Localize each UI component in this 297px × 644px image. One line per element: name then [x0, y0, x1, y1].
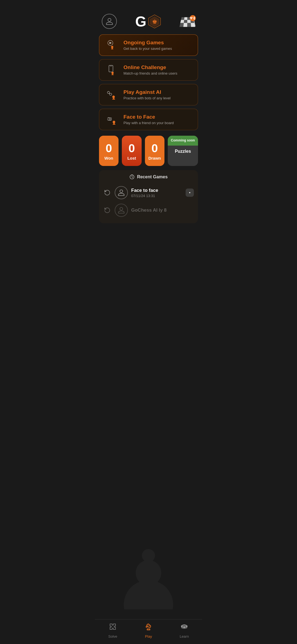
- ai-subtitle: Practice with bots of any level: [123, 96, 192, 100]
- recent-game-item-1[interactable]: Face to face 07/11/24 13:31: [103, 184, 194, 201]
- ongoing-icon: [105, 40, 119, 51]
- puzzle-coming-text: Comming soon: [170, 138, 195, 143]
- svg-rect-25: [112, 74, 113, 75]
- logo-chess-hex: ♚: [147, 14, 162, 29]
- online-icon: [105, 64, 119, 75]
- recent-avatar-2: [115, 204, 128, 217]
- online-title: Online Challenge: [123, 64, 192, 70]
- drawn-card[interactable]: 0 Drawn: [145, 136, 164, 166]
- won-label: Won: [105, 156, 113, 160]
- svg-rect-22: [109, 65, 113, 72]
- stats-section: 0 Won 0 Lost 0 Drawn Comming soon Puzzle…: [95, 130, 202, 167]
- won-card[interactable]: 0 Won: [99, 136, 119, 166]
- svg-rect-5: [184, 17, 188, 20]
- svg-rect-13: [183, 23, 187, 27]
- clock-icon: [129, 174, 135, 180]
- recent-game-date-1: 07/11/24 13:31: [131, 194, 182, 198]
- svg-rect-20: [111, 49, 113, 49]
- bluetooth-board-button[interactable]: 𝚿: [180, 14, 195, 29]
- lost-card[interactable]: 0 Lost: [122, 136, 141, 166]
- ongoing-text: Ongoing Games Get back to your saved gam…: [123, 40, 192, 51]
- ongoing-games-button[interactable]: Ongoing Games Get back to your saved gam…: [99, 34, 198, 56]
- online-challenge-button[interactable]: Online Challenge Match-up friends and on…: [99, 59, 198, 81]
- svg-line-30: [109, 93, 110, 94]
- svg-rect-9: [184, 20, 188, 23]
- face-title: Face to Face: [123, 114, 192, 120]
- ai-text: Play Against AI Practice with bots of an…: [123, 89, 192, 100]
- recent-game-info-2: GoChess AI ly 8: [131, 208, 194, 213]
- header: G ♚: [95, 0, 202, 34]
- online-subtitle: Match-up friends and online users: [123, 71, 192, 75]
- drawn-label: Drawn: [148, 156, 161, 160]
- recent-game-info-1: Face to face 07/11/24 13:31: [131, 188, 182, 198]
- lost-value: 0: [128, 143, 135, 154]
- won-value: 0: [106, 143, 112, 154]
- svg-rect-21: [112, 46, 113, 47]
- svg-rect-14: [187, 23, 191, 27]
- svg-rect-32: [113, 98, 114, 99]
- svg-rect-19: [111, 48, 113, 49]
- replay-icon: [103, 189, 111, 197]
- svg-rect-37: [113, 124, 116, 125]
- svg-rect-4: [181, 17, 185, 20]
- svg-text:♚: ♚: [152, 18, 157, 25]
- online-text: Online Challenge Match-up friends and on…: [123, 64, 192, 75]
- logo-letter: G: [135, 14, 146, 29]
- user-icon: [105, 17, 114, 26]
- recent-game-name-1: Face to face: [131, 188, 182, 193]
- puzzle-coming-soon: Comming soon: [168, 136, 198, 146]
- menu-section: Ongoing Games Get back to your saved gam…: [95, 34, 202, 130]
- ongoing-subtitle: Get back to your saved games: [123, 47, 192, 51]
- profile-avatar[interactable]: [102, 14, 117, 29]
- replay-icon-2: [103, 206, 111, 214]
- face-to-face-text: Face to Face Play with a friend on your …: [123, 114, 192, 125]
- puzzle-label: Puzzles: [175, 146, 191, 156]
- ongoing-title: Ongoing Games: [123, 40, 192, 46]
- svg-rect-23: [110, 66, 112, 66]
- svg-rect-36: [113, 123, 115, 124]
- svg-rect-34: [113, 95, 114, 97]
- play-ai-button[interactable]: Play Against AI Practice with bots of an…: [99, 84, 198, 105]
- face-to-face-button[interactable]: Face to Face Play with a friend on your …: [99, 109, 198, 130]
- svg-rect-8: [180, 20, 184, 23]
- app-logo: G ♚: [135, 14, 162, 29]
- svg-rect-38: [114, 121, 114, 122]
- recent-game-more-1[interactable]: [186, 189, 194, 197]
- ai-icon: [105, 89, 119, 100]
- bluetooth-badge: 𝚿: [190, 15, 196, 21]
- svg-rect-26: [111, 75, 114, 75]
- svg-point-40: [189, 192, 190, 193]
- recent-game-name-2: GoChess AI ly 8: [131, 208, 194, 213]
- ai-title: Play Against AI: [123, 89, 192, 95]
- svg-rect-33: [112, 99, 115, 99]
- recent-title: Recent Games: [137, 174, 167, 179]
- recent-header: Recent Games: [103, 174, 194, 180]
- face-subtitle: Play with a friend on your board: [123, 121, 192, 125]
- svg-rect-27: [112, 72, 113, 73]
- svg-rect-10: [187, 20, 191, 23]
- lost-label: Lost: [127, 156, 136, 160]
- puzzles-card[interactable]: Comming soon Puzzles: [168, 136, 198, 166]
- recent-game-item-2[interactable]: GoChess AI ly 8: [103, 201, 194, 219]
- drawn-value: 0: [152, 143, 158, 154]
- recent-avatar-1: [115, 186, 128, 199]
- svg-marker-17: [109, 42, 112, 44]
- face-icon: [105, 114, 119, 125]
- svg-rect-12: [180, 23, 184, 27]
- recent-games-section: Recent Games Face to face 07/11/24 13:31: [99, 170, 198, 223]
